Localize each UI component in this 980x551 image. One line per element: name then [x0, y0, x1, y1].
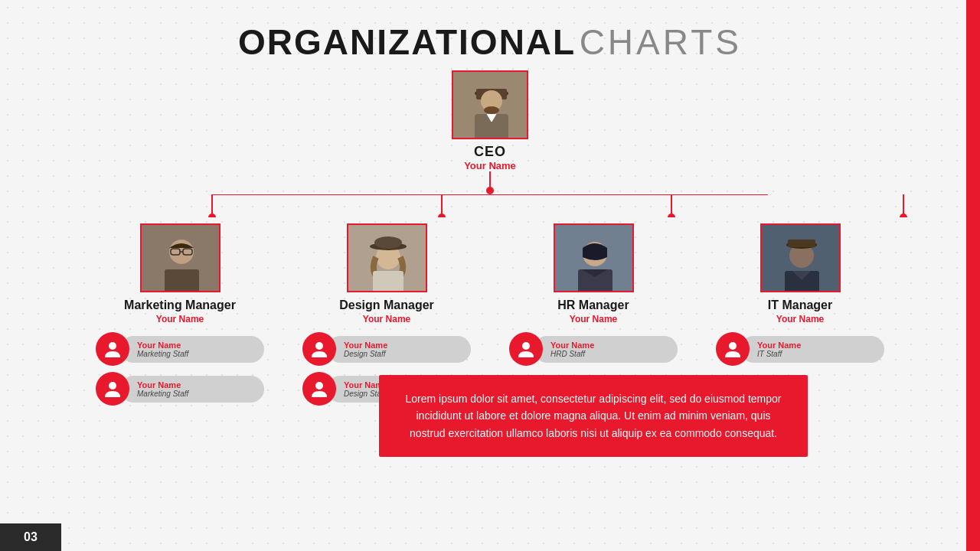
- hr-manager-role: HR Manager: [557, 298, 629, 312]
- ceo-name-label: Your Name: [464, 160, 516, 171]
- staff-avatar-1: [96, 332, 129, 366]
- it-photo: [760, 223, 841, 292]
- hr-staff-list: Your Name HRD Staff: [509, 332, 678, 366]
- staff-role-1: Marketing Staff: [137, 350, 253, 358]
- ceo-connector-line: [489, 171, 491, 187]
- ceo-node: CEO Your Name: [452, 70, 528, 171]
- manager-hr: HR Manager Your Name Your Name HRD Staff: [490, 217, 697, 457]
- marketing-staff-2: Your Name Marketing Staff: [96, 372, 264, 406]
- lorem-ipsum-box: Lorem ipsum dolor sit amet, consectetur …: [379, 375, 808, 457]
- ceo-role-label: CEO: [474, 144, 506, 160]
- staff-label-6: Your Name IT Staff: [740, 336, 884, 363]
- staff-name-2: Your Name: [137, 380, 253, 390]
- ceo-connector-dot: [486, 187, 494, 194]
- manager-it: IT Manager Your Name Your Name IT Staff: [697, 217, 903, 366]
- staff-name-1: Your Name: [137, 341, 253, 350]
- svg-point-29: [315, 382, 323, 390]
- svg-point-39: [729, 342, 737, 350]
- staff-name-3: Your Name: [344, 341, 460, 350]
- hr-manager-name: Your Name: [570, 314, 617, 324]
- ceo-photo: [452, 70, 528, 139]
- marketing-manager-name: Your Name: [156, 314, 204, 324]
- staff-role-5: HRD Staff: [550, 350, 667, 358]
- managers-row: Marketing Manager Your Name Your Name Ma…: [69, 217, 911, 457]
- staff-role-6: IT Staff: [757, 350, 874, 358]
- staff-label-2: Your Name Marketing Staff: [120, 376, 264, 403]
- svg-point-26: [374, 236, 402, 249]
- org-chart: CEO Your Name: [0, 70, 980, 457]
- staff-avatar-6: [716, 332, 750, 366]
- design-photo: [347, 223, 427, 292]
- svg-point-21: [109, 342, 116, 350]
- staff-name-6: Your Name: [757, 341, 874, 350]
- page-number: 03: [0, 523, 61, 551]
- design-staff-1: Your Name Design Staff: [302, 332, 471, 366]
- staff-avatar-4: [302, 372, 336, 406]
- marketing-photo: [140, 223, 220, 292]
- svg-point-33: [522, 342, 530, 350]
- staff-name-5: Your Name: [550, 341, 667, 350]
- staff-avatar-5: [509, 332, 543, 366]
- svg-point-22: [109, 382, 116, 390]
- lorem-ipsum-text: Lorem ipsum dolor sit amet, consectetur …: [405, 393, 781, 439]
- svg-rect-37: [788, 240, 815, 247]
- marketing-manager-role: Marketing Manager: [124, 298, 236, 312]
- hr-photo: [554, 223, 634, 292]
- staff-label-3: Your Name Design Staff: [327, 336, 471, 363]
- it-staff-1: Your Name IT Staff: [716, 332, 884, 366]
- manager-marketing: Marketing Manager Your Name Your Name Ma…: [77, 217, 283, 406]
- staff-avatar-2: [96, 372, 129, 406]
- title-bold: ORGANIZATIONAL: [238, 22, 576, 62]
- svg-point-28: [315, 342, 323, 350]
- svg-point-4: [484, 106, 499, 114]
- hr-staff-1: Your Name HRD Staff: [509, 332, 678, 366]
- marketing-staff-list: Your Name Marketing Staff Your Name Mark…: [96, 332, 264, 406]
- svg-rect-20: [165, 269, 199, 292]
- staff-avatar-3: [302, 332, 336, 366]
- it-manager-role: IT Manager: [768, 298, 832, 312]
- marketing-staff-1: Your Name Marketing Staff: [96, 332, 264, 366]
- it-staff-list: Your Name IT Staff: [716, 332, 884, 366]
- staff-role-3: Design Staff: [344, 350, 460, 358]
- design-manager-role: Design Manager: [339, 298, 434, 312]
- branch-connector-area: [69, 194, 911, 217]
- it-manager-name: Your Name: [776, 314, 824, 324]
- staff-label-5: Your Name HRD Staff: [534, 336, 678, 363]
- staff-label-1: Your Name Marketing Staff: [120, 336, 264, 363]
- staff-role-2: Marketing Staff: [137, 390, 253, 398]
- title-light: CHARTS: [580, 22, 742, 62]
- page-title-area: ORGANIZATIONAL CHARTS: [0, 0, 980, 70]
- design-manager-name: Your Name: [363, 314, 410, 324]
- svg-rect-27: [373, 271, 403, 292]
